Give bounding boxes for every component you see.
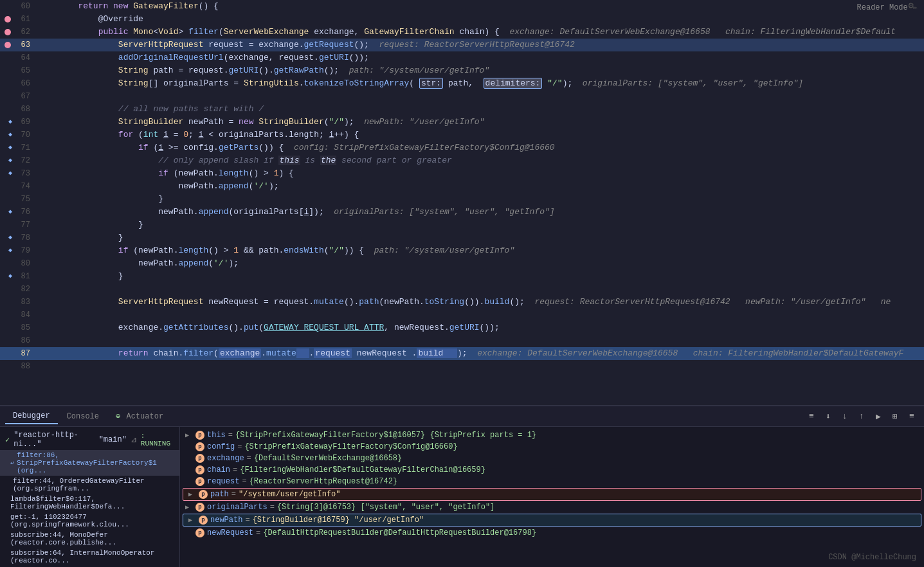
code-line-79: ◆ 79 if (newPath.length() > 1 && path.en… (0, 244, 924, 257)
frame-1-text: filter:44, OrderedGatewayFilter (org.spr… (13, 477, 174, 492)
code-line-78: ◆ 78 } (0, 231, 924, 244)
gutter-86: 86 (0, 334, 35, 347)
var-request[interactable]: p request = {ReactorServerHttpRequest@16… (180, 476, 924, 487)
frame-0[interactable]: ↩ filter:86, StripPrefixGatewayFilterFac… (0, 450, 179, 476)
code-line-88: 88 (0, 360, 924, 373)
code-line-62: 62 public Mono<Void> filter(ServerWebExc… (0, 26, 924, 39)
var-newrequest-name: newRequest (207, 528, 253, 537)
line-content-83: ServerHttpRequest newRequest = request.m… (35, 296, 924, 309)
code-line-63: 63 ServerHttpRequest request = exchange.… (0, 39, 924, 51)
debug-list-btn[interactable]: ≡ (804, 410, 819, 424)
var-newrequest[interactable]: p newRequest = {DefaultHttpRequestBuilde… (180, 527, 924, 539)
frame-5[interactable]: subscribe:64, InternalMonoOperator (reac… (0, 548, 179, 566)
var-config[interactable]: p config = {StripPrefixGatewayFilterFact… (180, 441, 924, 453)
var-originalparts-value: {String[3]@16753} ["system", "user", "ge… (277, 503, 494, 512)
var-path-expand[interactable]: ▶ (188, 491, 196, 498)
gutter-69: ◆ 69 (0, 116, 35, 129)
var-chain[interactable]: p chain = {FilteringWebHandler$DefaultGa… (180, 464, 924, 476)
code-line-60: 60 return new GatewayFilter() { (0, 0, 924, 13)
gutter-67: 67 (0, 90, 35, 103)
debug-run-btn[interactable]: ▶ (871, 410, 885, 424)
debug-step-into-btn[interactable]: ↓ (838, 410, 852, 424)
var-originalparts-icon: p (195, 503, 204, 512)
frame-3-text: get:-1, 1102326477 (org.springframework.… (10, 513, 174, 528)
debugger-tabs: Debugger Console ⊕ Actuator ≡ ⬇ ↓ ↑ ▶ ⊞ … (0, 406, 924, 427)
var-request-name: request (207, 477, 239, 486)
var-this-icon: p (195, 431, 204, 440)
line-content-84 (35, 309, 924, 321)
code-line-69: ◆ 69 StringBuilder newPath = new StringB… (0, 116, 924, 129)
debug-settings-btn[interactable]: ≡ (905, 410, 919, 424)
frame-4-text: subscribe:44, MonoDefer (reactor.core.pu… (10, 531, 174, 546)
code-line-72: ◆ 72 // only append slash if this is the… (0, 154, 924, 167)
bookmark-76: ◆ (8, 206, 12, 219)
line-content-61: @Override (35, 13, 924, 26)
var-newpath-expand[interactable]: ▶ (188, 516, 196, 524)
var-this[interactable]: ▶ p this = {StripPrefixGatewayFilterFact… (180, 429, 924, 441)
gutter-73: ◆ 73 (0, 167, 35, 180)
var-chain-name: chain (207, 465, 230, 474)
var-path[interactable]: ▶ p path = "/system/user/getInfo" (183, 488, 921, 501)
thread-filter-icon[interactable]: ⊿ (131, 435, 137, 445)
watermark: CSDN @MichelleChung (828, 553, 916, 562)
frame-4[interactable]: subscribe:44, MonoDefer (reactor.core.pu… (0, 530, 179, 548)
var-chain-value: {FilteringWebHandler$DefaultGatewayFilte… (240, 465, 485, 474)
var-originalparts-expand[interactable]: ▶ (185, 503, 193, 511)
var-path-value: "/system/user/getInfo" (239, 490, 340, 499)
tab-actuator[interactable]: ⊕ Actuator (108, 409, 171, 424)
code-line-67: 67 (0, 90, 924, 103)
code-line-85: 85 exchange.getAttributes().put(GATEWAY_… (0, 321, 924, 334)
code-line-61: 61 @Override (0, 13, 924, 26)
debugger-frames: ✓ "reactor-http-ni..." "main" ⊿ : RUNNIN… (0, 427, 180, 567)
code-line-77: 77 } (0, 219, 924, 231)
tab-debugger[interactable]: Debugger (5, 409, 58, 424)
debug-toolbar: ≡ ⬇ ↓ ↑ ▶ ⊞ ≡ (804, 410, 919, 424)
bookmark-69: ◆ (8, 116, 12, 129)
debugger-panel: Debugger Console ⊕ Actuator ≡ ⬇ ↓ ↑ ▶ ⊞ … (0, 405, 924, 567)
line-content-86 (35, 334, 924, 347)
settings-icon[interactable]: ⚙ (909, 0, 914, 11)
code-editor: Reader Mode ✏️ 60 return new GatewayFilt… (0, 0, 924, 405)
gutter-60: 60 (0, 0, 35, 13)
gutter-81: ◆ 81 (0, 270, 35, 283)
bookmark-81: ◆ (8, 270, 12, 283)
gutter-87: 87 (0, 347, 35, 360)
line-content-79: if (newPath.length() > 1 && path.endsWit… (35, 244, 924, 257)
var-config-value: {StripPrefixGatewayFilterFactory$Config@… (244, 442, 457, 451)
var-exchange[interactable]: p exchange = {DefaultServerWebExchange@1… (180, 453, 924, 464)
var-exchange-icon: p (195, 454, 204, 463)
debugger-main: ✓ "reactor-http-ni..." "main" ⊿ : RUNNIN… (0, 427, 924, 567)
line-content-68: // all new paths start with / (35, 103, 924, 116)
var-newrequest-icon: p (195, 528, 204, 537)
frame-3[interactable]: get:-1, 1102326477 (org.springframework.… (0, 512, 179, 530)
code-line-74: 74 newPath.append('/'); (0, 180, 924, 193)
debug-step-out-btn[interactable]: ↑ (855, 410, 869, 424)
var-this-value: {StripPrefixGatewayFilterFactory$1@16057… (235, 431, 536, 440)
tab-console-label: Console (67, 412, 99, 421)
code-line-73: ◆ 73 if (newPath.length() > 1) { (0, 167, 924, 180)
var-originalparts-name: originalParts (207, 503, 267, 512)
frame-1[interactable]: filter:44, OrderedGatewayFilter (org.spr… (0, 476, 179, 494)
breakpoint-red-63 (5, 42, 11, 48)
code-line-87: 87 return chain.filter(exchange.mutate .… (0, 347, 924, 360)
breakpoint-62 (5, 29, 11, 35)
debug-step-over-btn[interactable]: ⬇ (821, 410, 835, 424)
tab-actuator-label: Actuator (126, 412, 163, 421)
line-content-78: } (35, 231, 924, 244)
line-content-60: return new GatewayFilter() { (35, 0, 924, 13)
code-line-76: ◆ 76 newPath.append(originalParts[i]); o… (0, 206, 924, 219)
frame-2[interactable]: lambda$filter$0:117, FilteringWebHandler… (0, 494, 179, 512)
line-content-73: if (newPath.length() > 1) { (35, 167, 924, 180)
reader-mode-label[interactable]: Reader Mode (857, 3, 908, 12)
line-content-64: addOriginalRequestUrl(exchange, request.… (35, 51, 924, 64)
thread-header: ✓ "reactor-http-ni..." "main" ⊿ : RUNNIN… (0, 429, 179, 450)
var-newpath-value: {StringBuilder@16759} "/user/getInfo" (253, 516, 424, 525)
line-content-88 (35, 360, 924, 373)
bookmark-70: ◆ (8, 129, 12, 141)
var-newpath[interactable]: ▶ p newPath = {StringBuilder@16759} "/us… (183, 514, 921, 526)
tab-console[interactable]: Console (59, 410, 107, 424)
debug-grid-btn[interactable]: ⊞ (888, 410, 902, 424)
gutter-82: 82 (0, 283, 35, 296)
var-originalparts[interactable]: ▶ p originalParts = {String[3]@16753} ["… (180, 501, 924, 513)
var-this-expand[interactable]: ▶ (185, 431, 193, 439)
